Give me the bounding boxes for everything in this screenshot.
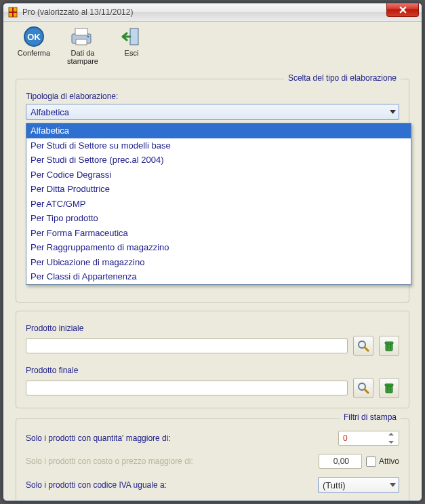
prodotto-finale-input[interactable] <box>26 381 348 395</box>
dropdown-option[interactable]: Per Ubicazione di magazzino <box>26 255 411 270</box>
search-final-button[interactable] <box>353 378 373 398</box>
toolbar: OK Conferma Dati da stampare Esci <box>3 22 422 66</box>
search-initial-button[interactable] <box>353 336 373 356</box>
ok-icon: OK <box>20 26 47 47</box>
filters-group: Filtri di stampa Solo i prodotti con qua… <box>16 418 409 501</box>
exit-button[interactable]: Esci <box>113 26 150 57</box>
type-label: Tipologia di elaborazione: <box>26 92 399 101</box>
window-title: Pro (valorizzato al 13/11/2012) <box>22 7 133 17</box>
svg-rect-18 <box>386 386 392 393</box>
dropdown-option[interactable]: Per Raggruppamento di magazzino <box>26 240 411 255</box>
confirm-label: Conferma <box>18 49 50 57</box>
exit-icon <box>118 26 145 47</box>
type-dropdown-list[interactable]: Alfabetica Per Studi di Settore su model… <box>26 123 411 285</box>
close-button[interactable] <box>386 3 419 17</box>
checkbox-icon <box>366 457 376 467</box>
trash-icon <box>383 340 395 352</box>
qty-input[interactable]: 0 <box>338 431 399 446</box>
search-icon <box>357 340 369 352</box>
print-label: Dati da stampare <box>64 49 101 65</box>
exit-label: Esci <box>125 49 139 57</box>
qty-label: Solo i prodotti con quantita' maggiore d… <box>26 433 338 443</box>
svg-rect-6 <box>75 28 87 35</box>
filters-legend: Filtri di stampa <box>340 412 401 422</box>
qty-value: 0 <box>343 433 386 443</box>
printer-icon <box>69 26 96 47</box>
svg-rect-7 <box>76 39 87 45</box>
close-icon <box>399 6 407 14</box>
title-bar: Pro (valorizzato al 13/11/2012) <box>3 3 422 22</box>
print-data-button[interactable]: Dati da stampare <box>64 26 101 65</box>
elaboration-legend: Scelta del tipo di elaborazione <box>284 73 401 83</box>
chevron-down-icon <box>390 483 396 487</box>
iva-label: Solo i prodotti con codice IVA uguale a: <box>26 480 318 490</box>
search-icon <box>357 382 369 394</box>
cost-input[interactable]: 0,00 <box>319 454 362 469</box>
elaboration-group: Scelta del tipo di elaborazione Tipologi… <box>16 79 409 303</box>
svg-line-17 <box>365 389 368 393</box>
svg-line-11 <box>365 347 368 351</box>
clear-final-button[interactable] <box>379 378 399 398</box>
prodotto-iniziale-input[interactable] <box>26 338 348 353</box>
prodotto-finale-label: Prodotto finale <box>26 366 399 375</box>
svg-rect-9 <box>130 28 138 45</box>
attivo-label: Attivo <box>379 457 399 466</box>
confirm-button[interactable]: OK Conferma <box>16 26 52 57</box>
svg-text:OK: OK <box>27 32 41 42</box>
svg-rect-12 <box>386 344 392 351</box>
type-combo[interactable]: Alfabetica <box>26 104 399 120</box>
attivo-checkbox[interactable]: Attivo <box>366 457 399 467</box>
svg-rect-13 <box>385 342 393 344</box>
dropdown-option[interactable]: Per Tipo prodotto <box>26 211 411 226</box>
dropdown-option[interactable]: Per Ditta Produttrice <box>26 182 411 197</box>
dropdown-option[interactable]: Alfabetica <box>26 123 411 138</box>
spinner[interactable] <box>388 433 397 444</box>
chevron-down-icon <box>390 110 396 114</box>
cost-value: 0,00 <box>323 457 349 466</box>
prodotto-iniziale-label: Prodotto iniziale <box>26 324 399 333</box>
svg-point-8 <box>87 36 89 38</box>
client-area: Scelta del tipo di elaborazione Tipologi… <box>3 66 422 501</box>
type-combo-value: Alfabetica <box>31 107 69 117</box>
product-range-group: Prodotto iniziale Prodotto finale <box>16 311 409 408</box>
app-window: Pro (valorizzato al 13/11/2012) OK Confe… <box>3 3 422 501</box>
dropdown-option[interactable]: Per Classi di Appartenenza <box>26 269 411 284</box>
svg-rect-19 <box>385 384 393 386</box>
clear-initial-button[interactable] <box>379 336 399 356</box>
dropdown-option[interactable]: Per ATC/GMP <box>26 197 411 212</box>
app-icon <box>7 7 18 18</box>
svg-rect-2 <box>9 12 17 13</box>
iva-value: (Tutti) <box>323 480 345 490</box>
cost-label: Solo i prodotti con costo o prezzo maggi… <box>26 457 319 466</box>
trash-icon <box>383 382 395 394</box>
iva-combo[interactable]: (Tutti) <box>318 477 399 493</box>
dropdown-option[interactable]: Per Studi di Settore (prec.al 2004) <box>26 153 411 168</box>
dropdown-option[interactable]: Per Forma Farmaceutica <box>26 226 411 241</box>
dropdown-option[interactable]: Per Studi di Settore su modelli base <box>26 138 411 153</box>
dropdown-option[interactable]: Per Codice Degrassi <box>26 168 411 182</box>
